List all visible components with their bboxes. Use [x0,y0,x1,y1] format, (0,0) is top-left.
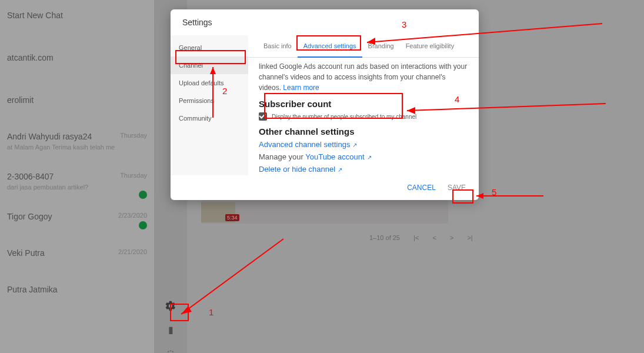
sidebar-item-community[interactable]: Community [171,109,248,127]
annotation-number: 2 [222,86,227,96]
external-link-icon: ↗ [367,154,372,161]
ads-description: linked Google Ads account run ads based … [259,61,468,93]
tab-advanced-settings[interactable]: Advanced settings [298,35,362,58]
manage-youtube-account-link[interactable]: Manage your YouTube account↗ [259,152,468,161]
display-subscriber-count-checkbox[interactable]: Display the number of people subscribed … [259,112,468,121]
sidebar-item-channel[interactable]: Channel [171,56,248,74]
annotation-number: 4 [455,94,459,104]
subscriber-count-heading: Subscriber count [259,99,468,109]
checkbox-checked-icon [259,112,267,121]
advanced-channel-settings-link[interactable]: Advanced channel settings↗ [259,140,468,149]
learn-more-link[interactable]: Learn more [283,84,319,92]
cancel-button[interactable]: CANCEL [406,181,437,194]
settings-tabs: Basic info Advanced settings Branding Fe… [248,35,479,58]
annotation-number: 3 [402,19,406,29]
modal-title: Settings [171,9,479,35]
tab-feature-eligibility[interactable]: Feature eligibility [400,35,461,57]
external-link-icon: ↗ [338,166,342,173]
sidebar-item-general[interactable]: General [171,39,248,56]
external-link-icon: ↗ [352,142,357,148]
tab-branding[interactable]: Branding [362,35,400,57]
sidebar-item-permissions[interactable]: Permissions [171,92,248,109]
annotation-number: 5 [492,187,496,197]
sidebar-item-upload-defaults[interactable]: Upload defaults [171,74,248,92]
save-button[interactable]: SAVE [446,181,467,194]
delete-hide-channel-link[interactable]: Delete or hide channel↗ [259,165,468,174]
checkbox-label: Display the number of people subscribed … [272,114,416,120]
settings-sidebar: General Channel Upload defaults Permissi… [171,35,248,175]
tab-basic-info[interactable]: Basic info [258,35,298,57]
other-settings-heading: Other channel settings [259,126,468,136]
settings-modal: Settings General Channel Upload defaults… [171,9,479,200]
annotation-number: 1 [209,307,213,317]
